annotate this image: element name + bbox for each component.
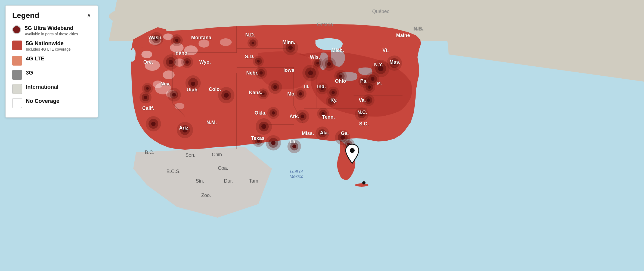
- legend-item-ultra-wideband: 5G Ultra Wideband Available in parts of …: [12, 25, 91, 36]
- legend-swatch-lte: [12, 56, 22, 66]
- svg-point-91: [378, 66, 383, 71]
- legend-swatch-3g: [12, 70, 22, 80]
- legend-label-no-coverage: No Coverage: [26, 98, 59, 104]
- svg-point-7: [355, 183, 369, 187]
- legend-swatch-nationwide: [12, 41, 22, 50]
- svg-point-52: [191, 82, 195, 86]
- legend-header: Legend ∧: [12, 11, 91, 20]
- svg-point-43: [169, 60, 173, 64]
- svg-point-133: [257, 60, 260, 63]
- legend-swatch-ultra-wideband: [12, 25, 21, 34]
- svg-point-20: [175, 103, 184, 109]
- svg-point-103: [339, 75, 342, 78]
- svg-point-163: [371, 77, 374, 81]
- svg-point-55: [224, 93, 229, 98]
- legend-title: Legend: [12, 11, 39, 20]
- legend-swatch-no-coverage: [12, 98, 22, 108]
- svg-point-100: [327, 62, 331, 66]
- map-container: Wash. Ore. Calif. Idaho Nev. Utah Ariz. …: [0, 0, 644, 271]
- legend-item-lte: 4G LTE: [12, 55, 91, 66]
- svg-point-167: [350, 148, 355, 153]
- svg-point-18: [220, 38, 232, 46]
- legend-label-international: International: [26, 84, 58, 90]
- legend-item-no-coverage: No Coverage: [12, 98, 91, 108]
- svg-point-49: [172, 93, 176, 97]
- svg-point-136: [272, 111, 275, 115]
- svg-point-12: [145, 60, 160, 71]
- svg-point-148: [321, 112, 325, 115]
- svg-point-82: [360, 112, 364, 116]
- svg-point-145: [321, 87, 324, 90]
- svg-point-127: [185, 60, 189, 64]
- svg-point-16: [184, 45, 198, 55]
- legend-swatch-international: [12, 84, 22, 94]
- svg-point-79: [340, 135, 345, 140]
- legend-sublabel-ultra-wideband: Available in parts of these cities: [25, 32, 78, 36]
- legend-label-lte: 4G LTE: [26, 55, 45, 62]
- svg-point-61: [273, 85, 277, 89]
- svg-point-94: [392, 61, 397, 65]
- svg-point-97: [308, 70, 313, 75]
- svg-point-157: [299, 92, 302, 96]
- svg-point-64: [261, 124, 266, 129]
- legend-sublabel-nationwide: Includes 4G LTE coverage: [26, 47, 71, 51]
- legend-item-international: International: [12, 84, 91, 94]
- svg-point-118: [144, 96, 147, 99]
- svg-point-121: [146, 87, 149, 90]
- svg-point-70: [292, 144, 296, 148]
- legend-item-nationwide: 5G Nationwide Includes 4G LTE coverage: [12, 40, 91, 51]
- svg-point-151: [262, 93, 265, 95]
- svg-point-73: [301, 115, 304, 118]
- svg-point-76: [320, 131, 324, 135]
- svg-point-124: [154, 37, 158, 41]
- svg-point-85: [367, 98, 370, 102]
- svg-point-112: [175, 39, 178, 42]
- svg-point-154: [257, 139, 260, 143]
- legend-panel: Legend ∧ 5G Ultra Wideband Available in …: [5, 5, 98, 118]
- legend-label-nationwide: 5G Nationwide: [26, 40, 71, 47]
- svg-point-58: [288, 45, 293, 50]
- svg-point-115: [151, 122, 156, 126]
- svg-point-11: [141, 51, 152, 58]
- svg-point-106: [332, 91, 335, 94]
- legend-item-3g: 3G: [12, 69, 91, 80]
- legend-label-ultra-wideband: 5G Ultra Wideband: [25, 25, 78, 31]
- legend-collapse-button[interactable]: ∧: [87, 12, 91, 19]
- svg-point-160: [330, 100, 333, 103]
- svg-point-166: [368, 85, 371, 89]
- svg-point-46: [182, 128, 187, 133]
- svg-point-67: [271, 141, 275, 145]
- svg-point-109: [259, 71, 263, 75]
- svg-point-130: [252, 42, 254, 44]
- svg-point-17: [199, 39, 209, 48]
- svg-point-142: [316, 62, 319, 64]
- legend-label-3g: 3G: [26, 69, 33, 76]
- svg-point-168: [362, 181, 366, 184]
